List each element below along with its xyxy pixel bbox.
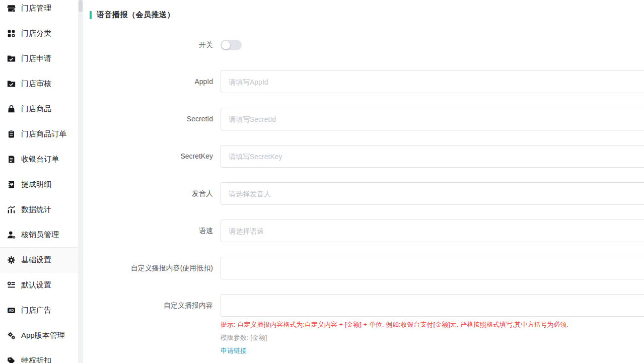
sidebar-item-default-settings[interactable]: 默认设置 [0, 272, 78, 298]
appid-label: AppId [83, 70, 221, 93]
sidebar-item-store-application[interactable]: 门店申请 [0, 46, 78, 71]
sidebar-item-label: 数据统计 [21, 205, 51, 214]
voice-label: 发音人 [83, 182, 221, 205]
section-header: 语音播报（会员推送） [90, 10, 175, 20]
secretkey-input[interactable] [221, 145, 644, 168]
custom-broadcast-deduction-label: 自定义播报内容(使用抵扣) [83, 257, 221, 279]
switch-row: 开关 [83, 39, 242, 50]
sidebar-item-label: 门店广告 [21, 306, 51, 315]
custom-broadcast-row: 自定义播报内容 [83, 294, 644, 317]
sidebar-item-label: 门店商品 [21, 104, 51, 114]
sidebar-item-store-management[interactable]: 门店管理 [0, 0, 78, 21]
template-param-text: 模版参数: [金额] [221, 333, 267, 342]
appid-input[interactable] [221, 70, 644, 93]
folder-check-icon [7, 54, 16, 63]
bar-chart-icon [7, 205, 16, 214]
toggle-knob [222, 41, 230, 49]
svg-text:AD: AD [9, 309, 14, 312]
store-icon [7, 4, 16, 13]
switch-label: 开关 [83, 39, 221, 50]
main-content: 语音播报（会员推送） 开关 AppId SecretId SecretKey 发… [83, 0, 644, 363]
apply-link[interactable]: 申请链接 [221, 346, 247, 355]
sidebar-scrollbar-thumb[interactable] [79, 0, 83, 12]
sidebar-item-app-version[interactable]: App版本管理 [0, 323, 78, 348]
user-gear-icon [7, 230, 16, 239]
sidebar-item-store-ads[interactable]: AD 门店广告 [0, 298, 78, 323]
appid-row: AppId [83, 70, 644, 93]
folder-check-icon [7, 79, 16, 88]
shopping-bag-icon [7, 104, 16, 113]
speed-label: 语速 [83, 220, 221, 242]
sidebar-item-cashier-orders[interactable]: 收银台订单 [0, 147, 78, 172]
format-hint-text: 提示: 自定义播报内容格式为:自定义内容 + [金额] + 单位. 例如:收银台… [221, 320, 568, 329]
double-gears-icon [7, 331, 16, 340]
discount-tag-icon [7, 356, 16, 363]
ad-icon: AD [7, 306, 16, 315]
sidebar-item-label: 门店审核 [21, 79, 51, 89]
sidebar-item-store-products[interactable]: 门店商品 [0, 96, 78, 121]
sidebar-item-label: 收银台订单 [21, 155, 59, 164]
svg-text:¥: ¥ [10, 182, 13, 187]
page-title: 语音播报（会员推送） [97, 10, 175, 20]
sidebar-item-store-category[interactable]: 门店分类 [0, 21, 78, 46]
voice-row: 发音人 [83, 182, 644, 205]
custom-broadcast-label: 自定义播报内容 [83, 294, 221, 317]
sidebar-item-label: 默认设置 [21, 280, 51, 290]
secretid-label: SecretId [83, 108, 221, 130]
gear-icon [7, 255, 16, 264]
form-settings-icon [7, 280, 16, 289]
sidebar-item-label: 门店申请 [21, 54, 51, 63]
sidebar-item-label: App版本管理 [21, 331, 65, 340]
sidebar-item-label: 提成明细 [21, 180, 51, 189]
sidebar-item-basic-settings[interactable]: 基础设置 [0, 247, 78, 272]
custom-broadcast-deduction-row: 自定义播报内容(使用抵扣) [83, 257, 644, 279]
sidebar-item-label: 门店商品订单 [21, 129, 66, 139]
secretkey-row: SecretKey [83, 145, 644, 168]
sidebar-item-privilege-discount[interactable]: 特权折扣 [0, 348, 78, 363]
sidebar-item-verifier-management[interactable]: 核销员管理 [0, 222, 78, 247]
sidebar-item-label: 门店管理 [21, 4, 51, 13]
secretkey-label: SecretKey [83, 145, 221, 168]
sidebar: 门店管理 门店分类 门店申请 门店审核 门店商品 [0, 0, 78, 363]
sidebar-item-store-product-orders[interactable]: 门店商品订单 [0, 121, 78, 147]
sidebar-item-label: 门店分类 [21, 29, 51, 38]
accent-bar [90, 11, 92, 19]
ledger-yen-icon: ¥ [7, 180, 16, 189]
custom-broadcast-input[interactable] [221, 294, 644, 317]
sidebar-item-label: 核销员管理 [21, 230, 59, 240]
speed-row: 语速 [83, 220, 644, 242]
broadcast-switch-toggle[interactable] [221, 40, 242, 50]
sidebar-menu: 门店管理 门店分类 门店申请 门店审核 门店商品 [0, 0, 78, 363]
receipt-icon [7, 155, 16, 164]
voice-select[interactable] [221, 182, 644, 205]
sidebar-item-data-statistics[interactable]: 数据统计 [0, 197, 78, 222]
secretid-input[interactable] [221, 108, 644, 130]
speed-select[interactable] [221, 220, 644, 242]
secretid-row: SecretId [83, 108, 644, 130]
sidebar-item-label: 基础设置 [21, 255, 51, 265]
sidebar-item-commission-details[interactable]: ¥ 提成明细 [0, 172, 78, 197]
category-grid-icon [7, 29, 16, 38]
clipboard-icon [7, 129, 16, 138]
sidebar-item-store-review[interactable]: 门店审核 [0, 71, 78, 96]
sidebar-item-label: 特权折扣 [21, 356, 51, 363]
sidebar-scrollbar-track[interactable] [78, 0, 83, 363]
custom-broadcast-deduction-input[interactable] [221, 257, 644, 279]
